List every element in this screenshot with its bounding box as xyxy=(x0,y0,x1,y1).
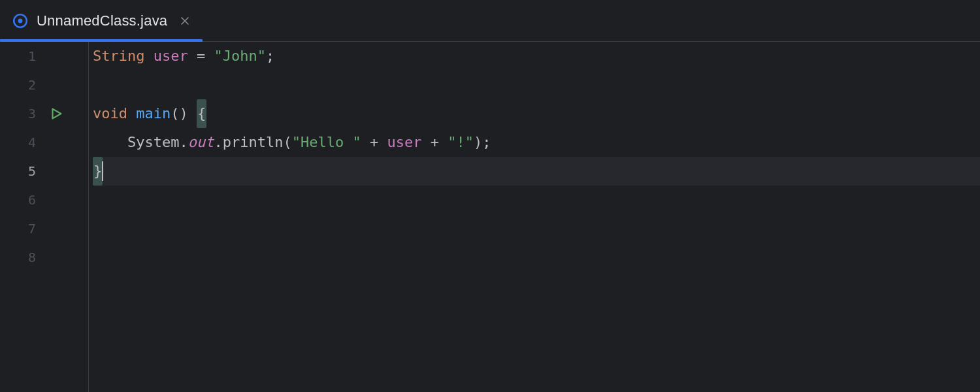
token-string: "John" xyxy=(214,42,265,71)
close-icon[interactable] xyxy=(179,15,191,27)
code-line[interactable] xyxy=(93,186,980,214)
tab-filename: UnnamedClass.java xyxy=(37,12,167,29)
token-punct: ( xyxy=(283,128,291,157)
caret xyxy=(102,161,103,181)
token-string: "Hello " xyxy=(292,128,361,157)
token-string: "!" xyxy=(448,128,474,157)
svg-point-1 xyxy=(18,18,23,23)
line-number: 3 xyxy=(0,99,88,128)
tab-unnamedclass[interactable]: UnnamedClass.java xyxy=(0,0,203,41)
token-variable: user xyxy=(154,42,188,71)
token-space xyxy=(188,99,197,128)
line-number: 6 xyxy=(0,186,88,214)
token-field: out xyxy=(188,128,214,157)
token-punct: ; xyxy=(482,128,491,157)
token-brace: { xyxy=(197,99,206,128)
token-punct: ; xyxy=(266,42,274,71)
class-ring-icon xyxy=(12,12,29,29)
token-punct: () xyxy=(171,99,188,128)
token-ident: System xyxy=(127,128,179,157)
code-line[interactable]: System.out.println("Hello " + user + "!"… xyxy=(93,128,980,157)
editor[interactable]: 1 2 3 4 5 6 7 8 String user = "John"; vo… xyxy=(0,42,980,392)
token-operator: + xyxy=(421,128,448,157)
token-punct: ) xyxy=(474,128,482,157)
code-line[interactable] xyxy=(93,243,980,272)
token-variable: user xyxy=(387,128,421,157)
code-line[interactable]: } xyxy=(93,157,980,186)
token-method: main xyxy=(136,99,171,128)
token-brace: } xyxy=(93,157,103,186)
line-number: 8 xyxy=(0,243,88,272)
code-line[interactable] xyxy=(93,214,980,243)
line-number: 1 xyxy=(0,42,88,71)
code-line[interactable] xyxy=(93,71,980,99)
token-punct: . xyxy=(214,128,222,157)
gutter: 1 2 3 4 5 6 7 8 xyxy=(0,42,89,392)
token-operator: = xyxy=(188,42,214,71)
line-number: 2 xyxy=(0,71,88,99)
line-number: 5 xyxy=(0,157,88,186)
code-area[interactable]: String user = "John"; void main() { Syst… xyxy=(89,42,980,392)
line-number: 4 xyxy=(0,128,88,157)
token-operator: + xyxy=(361,128,387,157)
code-line[interactable]: void main() { xyxy=(93,99,980,128)
token-call: println xyxy=(223,128,284,157)
token-type: String xyxy=(93,42,144,71)
line-number: 7 xyxy=(0,214,88,243)
run-triangle-icon[interactable] xyxy=(49,106,63,121)
token-punct: . xyxy=(179,128,188,157)
tab-bar: UnnamedClass.java xyxy=(0,0,980,42)
token-indent xyxy=(93,128,127,157)
token-keyword: void xyxy=(93,99,127,128)
code-line[interactable]: String user = "John"; xyxy=(93,42,980,71)
